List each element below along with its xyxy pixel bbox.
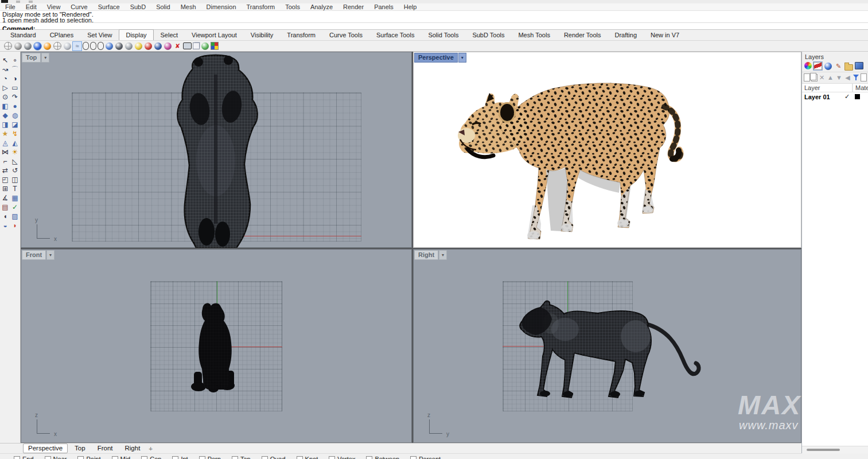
menu-item[interactable]: Panels [369,4,399,10]
menu-item[interactable]: File [0,4,21,10]
toolbar-tab[interactable]: Viewport Layout [185,29,244,40]
delete-layer-icon[interactable]: ✕ [818,73,826,82]
menu-item[interactable]: Curve [65,4,92,10]
explode-tool-icon[interactable]: ☀ [11,148,20,157]
shade-object-icon[interactable] [125,42,133,50]
polyline-tool-icon[interactable]: ▷ [1,84,10,92]
viewport-front[interactable]: Front ▾ z x [21,249,412,443]
toolbar-tab[interactable]: Set View [80,29,119,40]
osnap-toggle[interactable]: Quad [262,456,286,459]
osnap-toggle[interactable]: Between [366,456,399,459]
duplicate-layer-icon[interactable] [810,73,816,80]
move-tool-icon[interactable]: ⇄ [1,166,10,175]
control-curve-tool-icon[interactable]: ⌒ [11,65,20,74]
toolbar-tab[interactable]: Display [119,29,153,40]
viewport-menu-dropdown-icon[interactable]: ▾ [458,53,466,63]
color-settings-icon[interactable] [211,42,219,50]
panel-title[interactable]: Layers [802,52,868,61]
osnap-toggle[interactable]: Percent [410,456,441,459]
color-wheel-icon[interactable] [804,62,812,69]
select-tool-icon[interactable]: ↖ [1,56,10,65]
osnap-toggle[interactable]: End [14,456,34,459]
surface-tool-icon[interactable]: ◧ [1,102,10,111]
toolbar-tab[interactable]: CPlanes [43,29,81,40]
toolbar-tab[interactable]: Drafting [608,29,644,40]
linked-views-icon[interactable] [201,42,209,50]
point-tool-icon[interactable]: ∘ [11,56,20,65]
check-tool-icon[interactable]: ✓ [11,203,20,212]
menu-item[interactable]: Surface [93,4,125,10]
ellipse-tool-icon[interactable]: ◑ [11,75,20,83]
torus-tool-icon[interactable]: ◍ [11,111,20,120]
menu-item[interactable]: Mesh [176,4,201,10]
toolbar-tab[interactable]: SubD Tools [465,29,511,40]
circle-center-tool-icon[interactable]: ⊙ [1,93,10,102]
viewport-settings-icon[interactable]: + [147,444,154,453]
menu-item[interactable]: Solid [151,4,175,10]
filter-icon[interactable] [852,73,861,82]
viewport-tab[interactable]: Perspective [23,444,68,453]
toolbar-tab[interactable]: New in V7 [644,29,686,40]
visibility-tool-icon[interactable]: ◖ [1,212,10,221]
focal-blur-icon[interactable] [164,42,172,50]
osnap-toggle[interactable]: Knot [297,456,318,459]
viewport-title-right[interactable]: Right ▾ [414,250,447,260]
viewport-perspective[interactable]: Perspective ▾ [413,52,801,248]
unnest-layer-icon[interactable]: ◀ [843,73,852,82]
cylinder-tool-icon[interactable]: ◨ [1,120,10,129]
shaded-dark-mode-icon[interactable] [24,42,32,50]
camera-view-icon[interactable] [154,42,162,50]
lightning-tool-icon[interactable]: ↯ [11,130,20,138]
viewport-label[interactable]: Front [22,250,46,260]
toolbar-tab[interactable]: Visibility [244,29,281,40]
box-tool-icon[interactable]: ◆ [1,111,10,120]
osnap-toggle[interactable]: Perp [199,456,221,459]
xray-mode-icon[interactable] [64,42,71,50]
toolbar-tab[interactable]: Render Tools [557,29,608,40]
toolbar-tab[interactable]: Transform [280,29,322,40]
osnap-toggle[interactable]: Near [45,456,67,459]
technical-mode-icon[interactable]: ≈ [73,42,81,50]
viewport-top[interactable]: Top ▾ y x [21,52,412,248]
toolbar-tab[interactable]: Mesh Tools [511,29,556,40]
viewport-title-perspective[interactable]: Perspective ▾ [414,53,466,63]
osnap-toggle[interactable]: Int [172,456,188,459]
viewport-title-front[interactable]: Front ▾ [22,250,55,260]
mirror-tool-icon[interactable]: ◫ [11,176,20,184]
move-up-icon[interactable]: ▲ [826,73,835,82]
arctic-mode-icon[interactable] [98,42,104,50]
viewport-tab[interactable]: Right [119,444,145,453]
scale-tool-icon[interactable]: ◰ [1,176,10,184]
circle-tool-icon[interactable]: ◔ [1,75,10,83]
join-tool-icon[interactable]: ⋈ [1,148,10,157]
monitor-display-icon[interactable] [183,42,192,49]
viewport-menu-dropdown-icon[interactable]: ▾ [46,250,55,260]
clear-meshes-icon[interactable]: ✘ [173,42,182,50]
move-down-icon[interactable]: ▼ [835,73,843,82]
ghosted-mode-icon[interactable] [53,42,61,50]
boolean-tool-icon[interactable]: ◒ [1,221,10,230]
pen-mode-icon[interactable] [90,42,96,50]
folder-tab-icon[interactable] [844,64,853,71]
osnap-toggle[interactable]: Cen [141,456,161,459]
layer-row[interactable]: Layer 01 ✓ [802,92,868,101]
osnap-toggle[interactable]: Tan [232,456,251,459]
trim-tool-icon[interactable]: ◬ [1,139,10,147]
layer-tools-icon[interactable] [861,73,867,81]
artistic-mode-icon[interactable] [83,42,89,50]
viewport-label[interactable]: Perspective [414,53,458,63]
wireframe-mode-icon[interactable] [4,42,12,50]
menu-item[interactable]: Edit [21,4,42,10]
viewport-label[interactable]: Top [22,53,41,63]
viewport-title-top[interactable]: Top ▾ [22,53,49,63]
scrollbar-thumb[interactable] [807,449,840,451]
drape-tool-icon[interactable]: ▨ [11,212,20,221]
pipe-tool-icon[interactable]: ◪ [11,120,20,129]
rotate-tool-icon[interactable]: ↺ [11,166,20,175]
toolbar-tab[interactable]: Surface Tools [369,29,421,40]
curve-tool-icon[interactable]: ↝ [1,65,10,74]
layer-color-swatch[interactable] [855,94,860,99]
raytraced-mode-icon[interactable] [44,42,51,50]
menu-item[interactable]: Analyze [305,4,338,10]
render-preview-icon[interactable] [106,42,113,50]
